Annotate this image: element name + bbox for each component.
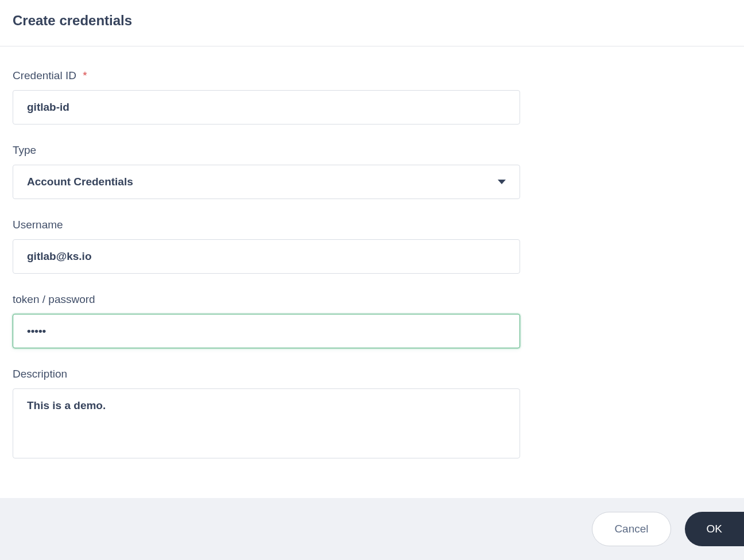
form-body: Credential ID * Type Account Credentials… — [0, 46, 744, 503]
type-label: Type — [13, 144, 731, 157]
description-group: Description — [13, 368, 731, 461]
description-label: Description — [13, 368, 731, 380]
description-input[interactable] — [13, 388, 520, 458]
credential-id-label: Credential ID * — [13, 69, 731, 82]
required-indicator: * — [83, 69, 87, 81]
username-group: Username — [13, 219, 731, 274]
dialog-footer: Cancel OK — [0, 498, 744, 560]
credential-id-group: Credential ID * — [13, 69, 731, 125]
credential-id-input[interactable] — [13, 90, 520, 125]
cancel-button[interactable]: Cancel — [592, 512, 671, 546]
password-input[interactable] — [13, 314, 520, 348]
username-label: Username — [13, 219, 731, 231]
password-label: token / password — [13, 293, 731, 306]
credential-id-label-text: Credential ID — [13, 69, 76, 81]
dialog-title: Create credentials — [13, 13, 731, 29]
password-group: token / password — [13, 293, 731, 348]
ok-button[interactable]: OK — [685, 512, 744, 546]
type-select[interactable]: Account Credentials — [13, 165, 520, 199]
username-input[interactable] — [13, 239, 520, 274]
dialog-header: Create credentials — [0, 0, 744, 46]
type-select-value: Account Credentials — [27, 176, 133, 188]
chevron-down-icon — [498, 180, 506, 184]
type-group: Type Account Credentials — [13, 144, 731, 199]
type-select-wrapper: Account Credentials — [13, 165, 520, 199]
